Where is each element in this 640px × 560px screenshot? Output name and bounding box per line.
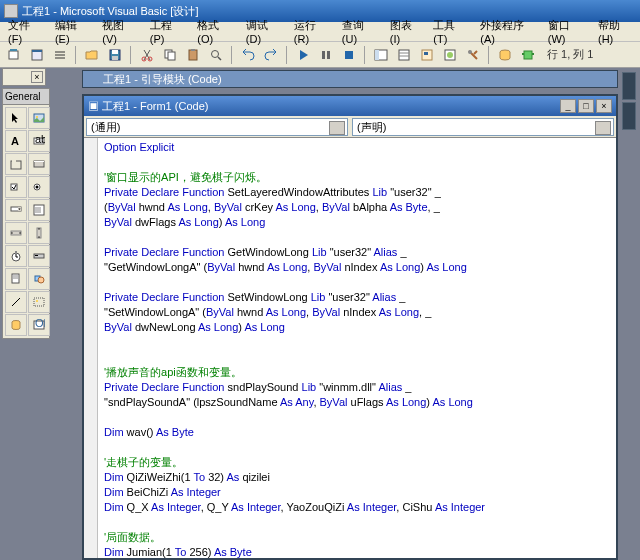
vscrollbar-tool[interactable] — [28, 222, 50, 244]
combobox-tool[interactable] — [5, 199, 27, 221]
svg-rect-25 — [399, 50, 409, 60]
svg-text:OLE: OLE — [35, 319, 45, 329]
palette-header: × — [2, 68, 46, 86]
svg-rect-17 — [191, 49, 195, 51]
svg-text:ab|: ab| — [35, 135, 45, 145]
svg-rect-9 — [112, 56, 118, 60]
component-button[interactable] — [518, 45, 538, 65]
object-browser-button[interactable] — [440, 45, 460, 65]
menu-item[interactable]: 查询(U) — [336, 16, 382, 47]
form-layout-button[interactable] — [417, 45, 437, 65]
menu-item[interactable]: 工程(P) — [144, 16, 189, 47]
timer-tool[interactable] — [5, 245, 27, 267]
start-button[interactable] — [293, 45, 313, 65]
menu-item[interactable]: 运行(R) — [288, 16, 334, 47]
svg-rect-42 — [11, 161, 21, 169]
svg-rect-34 — [524, 51, 532, 59]
menu-item[interactable]: 视图(V) — [96, 16, 141, 47]
cursor-position: 行 1, 列 1 — [547, 47, 593, 62]
optionbutton-tool[interactable] — [28, 176, 50, 198]
break-button[interactable] — [316, 45, 336, 65]
svg-rect-22 — [345, 51, 353, 59]
menu-item[interactable]: 工具(T) — [427, 16, 472, 47]
line-tool[interactable] — [5, 291, 27, 313]
palette-close-icon[interactable]: × — [31, 71, 43, 83]
add-project-button[interactable] — [4, 45, 24, 65]
pointer-tool[interactable] — [5, 107, 27, 129]
svg-point-13 — [148, 57, 152, 61]
label-tool[interactable]: A — [5, 130, 27, 152]
menu-item[interactable]: 图表(I) — [384, 16, 426, 47]
svg-point-31 — [447, 52, 453, 58]
menu-item[interactable]: 格式(O) — [191, 16, 238, 47]
menu-item[interactable]: 外接程序(A) — [474, 16, 540, 47]
redo-button[interactable] — [261, 45, 281, 65]
svg-rect-20 — [322, 51, 325, 59]
svg-rect-29 — [424, 52, 428, 55]
svg-rect-8 — [112, 50, 118, 54]
svg-rect-1 — [10, 49, 17, 51]
textbox-tool[interactable]: ab| — [28, 130, 50, 152]
procedure-dropdown[interactable]: (声明) — [352, 118, 614, 136]
svg-rect-35 — [522, 53, 524, 55]
form-icon: ▣ — [88, 100, 99, 112]
ole-tool[interactable]: OLE — [28, 314, 50, 336]
picturebox-tool[interactable] — [28, 107, 50, 129]
end-button[interactable] — [339, 45, 359, 65]
svg-rect-36 — [532, 53, 534, 55]
paste-button[interactable] — [183, 45, 203, 65]
frame-tool[interactable] — [5, 153, 27, 175]
checkbox-tool[interactable] — [5, 176, 27, 198]
cut-button[interactable] — [137, 45, 157, 65]
open-button[interactable] — [82, 45, 102, 65]
image-tool[interactable] — [28, 291, 50, 313]
close-button[interactable]: × — [596, 99, 612, 113]
menu-item[interactable]: 编辑(E) — [49, 16, 94, 47]
svg-rect-15 — [168, 52, 175, 60]
svg-line-67 — [12, 298, 20, 306]
menu-item[interactable]: 调试(D) — [240, 16, 286, 47]
find-button[interactable] — [206, 45, 226, 65]
copy-button[interactable] — [160, 45, 180, 65]
svg-rect-60 — [15, 251, 17, 253]
code-window-titlebar[interactable]: ▣ 工程1 - Form1 (Code) _ □ × — [84, 96, 616, 116]
menu-item[interactable]: 窗口(W) — [542, 16, 590, 47]
minimize-button[interactable]: _ — [560, 99, 576, 113]
dirlistbox-tool[interactable] — [35, 255, 38, 256]
menu-item[interactable]: 帮助(H) — [592, 16, 638, 47]
svg-point-32 — [468, 50, 472, 54]
hscrollbar-tool[interactable] — [5, 222, 27, 244]
undo-button[interactable] — [238, 45, 258, 65]
svg-rect-68 — [34, 298, 44, 306]
commandbutton-tool[interactable] — [28, 153, 50, 175]
svg-rect-21 — [327, 51, 330, 59]
toolbox-button[interactable] — [463, 45, 483, 65]
object-dropdown[interactable]: (通用) — [86, 118, 348, 136]
save-button[interactable] — [105, 45, 125, 65]
shape-tool[interactable] — [28, 268, 50, 290]
svg-rect-3 — [32, 50, 42, 52]
menu-item[interactable]: 文件(F) — [2, 16, 47, 47]
data-tool[interactable] — [5, 314, 27, 336]
svg-point-69 — [36, 300, 38, 302]
data-view-button[interactable] — [495, 45, 515, 65]
code-margin — [84, 138, 98, 558]
menu-editor-button[interactable] — [50, 45, 70, 65]
listbox-tool[interactable] — [28, 199, 50, 221]
svg-line-19 — [218, 57, 221, 60]
properties-panel-tab[interactable] — [622, 102, 636, 130]
maximize-button[interactable]: □ — [578, 99, 594, 113]
properties-button[interactable] — [394, 45, 414, 65]
filelistbox-tool[interactable] — [5, 268, 27, 290]
docked-panels-rail — [622, 70, 638, 550]
drivelistbox-tool[interactable] — [28, 245, 50, 267]
svg-rect-43 — [12, 159, 16, 162]
code-editor[interactable]: Option Explicit '窗口显示的API，避免棋子闪烁。Private… — [84, 138, 616, 558]
project-explorer-button[interactable] — [371, 45, 391, 65]
background-window-title[interactable]: 工程1 - 引导模块 (Code) — [82, 70, 618, 88]
add-form-button[interactable] — [27, 45, 47, 65]
project-panel-tab[interactable] — [622, 72, 636, 100]
svg-text:A: A — [11, 135, 19, 147]
svg-rect-16 — [189, 50, 197, 60]
toolbox-title: General — [3, 89, 49, 105]
